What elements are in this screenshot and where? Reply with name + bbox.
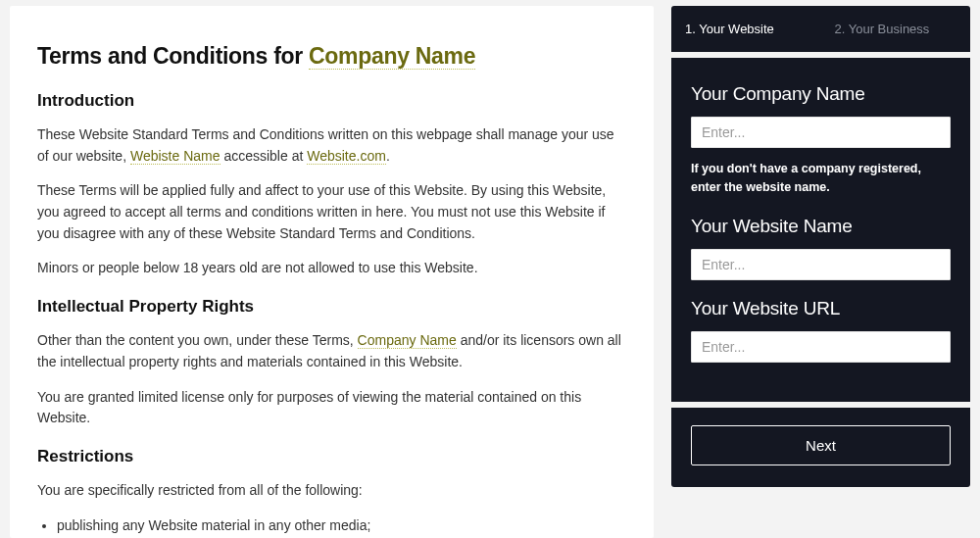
company-name-label: Your Company Name bbox=[691, 83, 951, 105]
restrictions-list: publishing any Website material in any o… bbox=[37, 515, 626, 538]
tab-your-website[interactable]: 1. Your Website bbox=[671, 6, 821, 52]
company-name-hint: If you don't have a company registered, … bbox=[691, 160, 951, 198]
website-url-label: Your Website URL bbox=[691, 298, 951, 319]
website-form: Your Company Name If you don't have a co… bbox=[671, 58, 970, 402]
website-url-placeholder: Website.com bbox=[307, 148, 386, 165]
ip-paragraph-2: You are granted limited license only for… bbox=[37, 387, 626, 429]
website-name-placeholder: Webiste Name bbox=[130, 148, 220, 165]
ip-paragraph-1: Other than the content you own, under th… bbox=[37, 330, 626, 372]
website-name-label: Your Website Name bbox=[691, 216, 951, 237]
website-url-input[interactable] bbox=[691, 331, 951, 363]
form-panel: 1. Your Website 2. Your Business Your Co… bbox=[671, 6, 970, 538]
section-heading-introduction: Introduction bbox=[37, 91, 626, 111]
page-title: Terms and Conditions for Company Name bbox=[37, 43, 626, 70]
terms-document: Terms and Conditions for Company Name In… bbox=[10, 6, 654, 538]
title-prefix: Terms and Conditions for bbox=[37, 43, 309, 69]
intro-paragraph-3: Minors or people below 18 years old are … bbox=[37, 258, 626, 279]
next-button[interactable]: Next bbox=[691, 425, 951, 465]
intro-paragraph-1: These Website Standard Terms and Conditi… bbox=[37, 124, 626, 167]
company-name-input[interactable] bbox=[691, 117, 951, 148]
list-item: publishing any Website material in any o… bbox=[57, 515, 626, 537]
form-footer: Next bbox=[671, 408, 970, 487]
section-heading-ip: Intellectual Property Rights bbox=[37, 297, 626, 317]
title-company-placeholder: Company Name bbox=[309, 43, 475, 70]
restrictions-paragraph-1: You are specifically restricted from all… bbox=[37, 480, 626, 502]
company-name-placeholder: Company Name bbox=[358, 332, 457, 349]
section-heading-restrictions: Restrictions bbox=[37, 447, 626, 466]
form-tabs: 1. Your Website 2. Your Business bbox=[671, 6, 970, 52]
tab-your-business[interactable]: 2. Your Business bbox=[821, 6, 971, 52]
website-name-input[interactable] bbox=[691, 249, 951, 280]
intro-paragraph-2: These Terms will be applied fully and af… bbox=[37, 180, 626, 244]
